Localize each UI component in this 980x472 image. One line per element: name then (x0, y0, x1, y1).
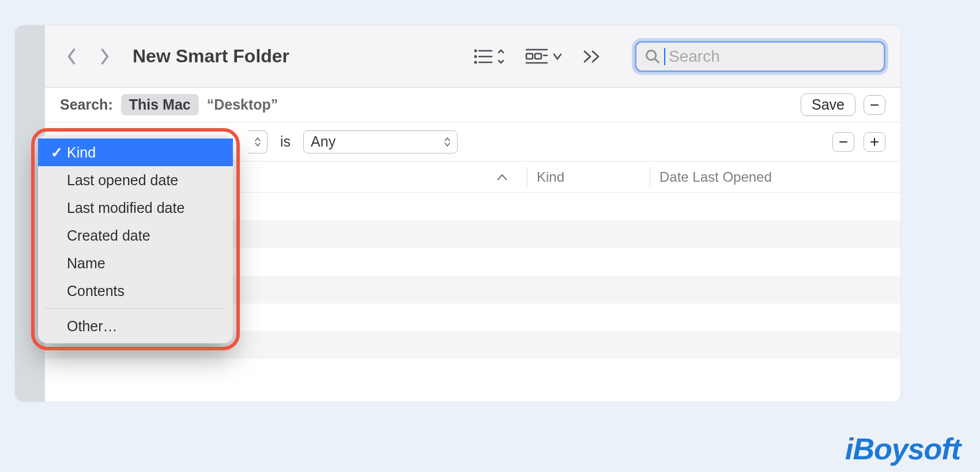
svg-rect-8 (535, 54, 541, 59)
toolbar-overflow-button[interactable] (583, 42, 602, 71)
column-divider (527, 167, 527, 187)
popup-item-created-date[interactable]: ✓ Created date (38, 222, 233, 249)
popup-separator (45, 308, 226, 309)
popup-item-last-opened-date[interactable]: ✓ Last opened date (38, 166, 233, 194)
remove-criteria-button[interactable] (832, 132, 854, 152)
svg-point-2 (475, 55, 476, 57)
criteria-value-label: Any (311, 133, 336, 150)
criteria-value-select[interactable]: Any (303, 130, 458, 153)
scope-label: Search: (60, 96, 113, 113)
criteria-operator: is (280, 133, 291, 150)
svg-rect-7 (526, 54, 533, 59)
remove-criteria-group-button[interactable] (864, 95, 885, 115)
popup-item-label: Last opened date (67, 172, 178, 189)
criteria-attribute-popup[interactable]: ✓ Kind ✓ Last opened date ✓ Last modifie… (38, 135, 233, 343)
popup-item-label: Name (67, 255, 105, 272)
save-button[interactable]: Save (801, 93, 855, 116)
checkmark-icon: ✓ (51, 144, 62, 161)
finder-window: New Smart Folder (15, 25, 900, 402)
popup-item-label: Other… (67, 318, 118, 335)
toolbar-controls (472, 42, 608, 71)
popup-item-other[interactable]: ✓ Other… (38, 312, 233, 340)
text-caret (664, 48, 665, 65)
popup-item-label: Kind (67, 144, 96, 161)
search-scope-bar: Search: This Mac “Desktop” Save (45, 88, 900, 122)
group-by-button[interactable] (525, 42, 562, 71)
search-field[interactable] (635, 41, 885, 72)
popup-item-last-modified-date[interactable]: ✓ Last modified date (38, 194, 233, 222)
add-criteria-button[interactable] (864, 132, 885, 152)
popup-item-name[interactable]: ✓ Name (38, 249, 233, 277)
column-divider (650, 167, 650, 187)
popup-item-kind[interactable]: ✓ Kind (38, 138, 233, 166)
forward-button[interactable] (93, 42, 116, 71)
back-button[interactable] (60, 42, 83, 71)
view-list-button[interactable] (472, 42, 504, 71)
column-kind[interactable]: Kind (537, 169, 640, 185)
criteria-attribute-stepper[interactable] (248, 130, 267, 153)
svg-point-0 (475, 50, 476, 51)
popup-item-contents[interactable]: ✓ Contents (38, 277, 233, 305)
popup-item-label: Created date (67, 227, 150, 244)
svg-point-4 (475, 61, 476, 62)
watermark-logo: iBoysoft (845, 432, 960, 466)
search-icon (644, 48, 661, 65)
popup-item-label: Last modified date (67, 200, 184, 216)
window-title: New Smart Folder (133, 46, 289, 67)
table-row (45, 359, 900, 387)
scope-desktop[interactable]: “Desktop” (207, 96, 278, 113)
svg-line-12 (655, 59, 658, 62)
column-date-last-opened[interactable]: Date Last Opened (659, 169, 885, 185)
toolbar: New Smart Folder (45, 25, 900, 88)
scope-this-mac[interactable]: This Mac (121, 94, 199, 115)
sort-indicator-icon[interactable] (487, 173, 518, 181)
popup-item-label: Contents (67, 283, 125, 299)
search-input[interactable] (669, 47, 876, 66)
